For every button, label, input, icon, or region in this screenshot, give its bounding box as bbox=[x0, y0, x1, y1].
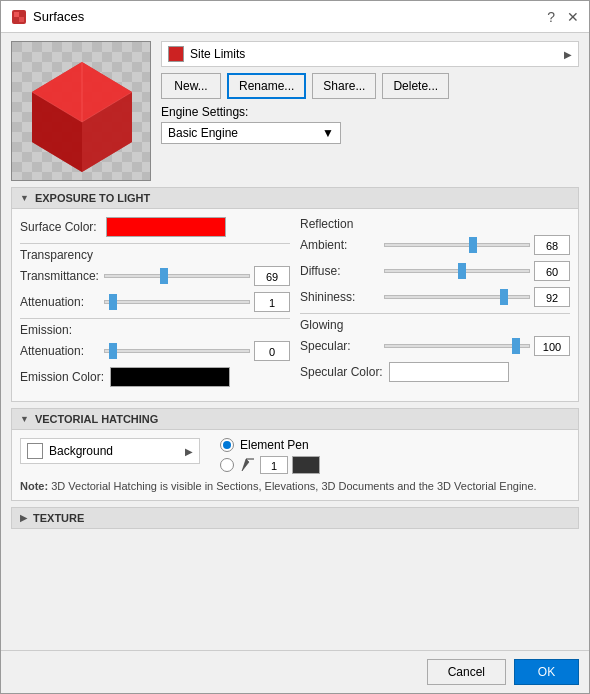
app-icon bbox=[11, 9, 27, 25]
rename-button[interactable]: Rename... bbox=[227, 73, 306, 99]
transmittance-track[interactable] bbox=[104, 274, 250, 278]
attenuation-row: Attenuation: 1 bbox=[20, 292, 290, 312]
ambient-track[interactable] bbox=[384, 243, 530, 247]
cancel-button[interactable]: Cancel bbox=[427, 659, 506, 685]
specular-value[interactable]: 100 bbox=[534, 336, 570, 356]
custom-pen-radio[interactable] bbox=[220, 458, 234, 472]
close-button[interactable]: ✕ bbox=[567, 9, 579, 25]
background-row[interactable]: Background ▶ bbox=[20, 438, 200, 464]
vectorial-body: Background ▶ Element Pen bbox=[11, 430, 579, 501]
footer: Cancel OK bbox=[1, 650, 589, 693]
specular-color-swatch[interactable] bbox=[389, 362, 509, 382]
vectorial-arrow: ▼ bbox=[20, 414, 29, 424]
transmittance-thumb[interactable] bbox=[160, 268, 168, 284]
shininess-value[interactable]: 92 bbox=[534, 287, 570, 307]
emission-att-track[interactable] bbox=[104, 349, 250, 353]
element-pen-row: Element Pen bbox=[220, 438, 570, 452]
top-row: Site Limits ▶ New... Rename... Share... … bbox=[11, 41, 579, 181]
diffuse-label: Diffuse: bbox=[300, 264, 380, 278]
emission-color-swatch[interactable] bbox=[110, 367, 230, 387]
transparency-label: Transparency bbox=[20, 248, 290, 262]
exposure-right-col: Reflection Ambient: 68 bbox=[300, 217, 570, 393]
shininess-label: Shininess: bbox=[300, 290, 380, 304]
note-text: 3D Vectorial Hatching is visible in Sect… bbox=[51, 480, 536, 492]
attenuation-value[interactable]: 1 bbox=[254, 292, 290, 312]
attenuation-thumb[interactable] bbox=[109, 294, 117, 310]
engine-settings-label: Engine Settings: bbox=[161, 105, 579, 119]
help-button[interactable]: ? bbox=[547, 9, 555, 25]
emission-att-value[interactable]: 0 bbox=[254, 341, 290, 361]
texture-arrow: ▶ bbox=[20, 513, 27, 523]
preview-svg bbox=[12, 42, 151, 181]
glowing-label: Glowing bbox=[300, 318, 570, 332]
diffuse-slider-container bbox=[384, 262, 530, 280]
titlebar-left: Surfaces bbox=[11, 9, 84, 25]
ambient-thumb[interactable] bbox=[469, 237, 477, 253]
engine-value: Basic Engine bbox=[168, 126, 238, 140]
specular-slider-container bbox=[384, 337, 530, 355]
exposure-section: ▼ EXPOSURE TO LIGHT Surface Color: Tran bbox=[11, 187, 579, 402]
ambient-slider-container bbox=[384, 236, 530, 254]
emission-att-slider-container bbox=[104, 342, 250, 360]
pen-controls-row: 1 bbox=[220, 456, 570, 474]
titlebar-controls: ? ✕ bbox=[547, 9, 579, 25]
surface-color-swatch[interactable] bbox=[106, 217, 226, 237]
ok-button[interactable]: OK bbox=[514, 659, 579, 685]
element-pen-radio[interactable] bbox=[220, 438, 234, 452]
shininess-slider-container bbox=[384, 288, 530, 306]
specular-track[interactable] bbox=[384, 344, 530, 348]
emission-att-thumb[interactable] bbox=[109, 343, 117, 359]
vectorial-label: VECTORIAL HATCHING bbox=[35, 413, 158, 425]
engine-row: Engine Settings: Basic Engine ▼ bbox=[161, 105, 579, 144]
ambient-value[interactable]: 68 bbox=[534, 235, 570, 255]
element-pen-label: Element Pen bbox=[240, 438, 309, 452]
new-button[interactable]: New... bbox=[161, 73, 221, 99]
diffuse-row: Diffuse: 60 bbox=[300, 261, 570, 281]
attenuation-label: Attenuation: bbox=[20, 295, 100, 309]
diffuse-track[interactable] bbox=[384, 269, 530, 273]
transmittance-label: Transmittance: bbox=[20, 269, 100, 283]
site-limits-label: Site Limits bbox=[190, 47, 245, 61]
pen-pattern-icon[interactable] bbox=[292, 456, 320, 474]
surface-preview bbox=[11, 41, 151, 181]
emission-att-label: Attenuation: bbox=[20, 344, 100, 358]
texture-section: ▶ TEXTURE bbox=[11, 507, 579, 529]
delete-button[interactable]: Delete... bbox=[382, 73, 449, 99]
engine-select[interactable]: Basic Engine ▼ bbox=[161, 122, 341, 144]
shininess-track[interactable] bbox=[384, 295, 530, 299]
ambient-row: Ambient: 68 bbox=[300, 235, 570, 255]
background-left: Background bbox=[27, 443, 113, 459]
vectorial-two-col: Background ▶ Element Pen bbox=[20, 438, 570, 474]
btn-row: New... Rename... Share... Delete... bbox=[161, 73, 579, 99]
shininess-thumb[interactable] bbox=[500, 289, 508, 305]
vectorial-header[interactable]: ▼ VECTORIAL HATCHING bbox=[11, 408, 579, 430]
site-limits-left: Site Limits bbox=[168, 46, 245, 62]
note-label: Note: bbox=[20, 480, 48, 492]
specular-color-row: Specular Color: bbox=[300, 362, 570, 382]
transmittance-value[interactable]: 69 bbox=[254, 266, 290, 286]
attenuation-slider-container bbox=[104, 293, 250, 311]
ambient-label: Ambient: bbox=[300, 238, 380, 252]
radio-group: Element Pen 1 bbox=[220, 438, 570, 474]
site-limits-row[interactable]: Site Limits ▶ bbox=[161, 41, 579, 67]
diffuse-value[interactable]: 60 bbox=[534, 261, 570, 281]
specular-thumb[interactable] bbox=[512, 338, 520, 354]
pen-number[interactable]: 1 bbox=[260, 456, 288, 474]
exposure-label: EXPOSURE TO LIGHT bbox=[35, 192, 150, 204]
texture-header[interactable]: ▶ TEXTURE bbox=[11, 507, 579, 529]
shininess-row: Shininess: 92 bbox=[300, 287, 570, 307]
emission-label: Emission: bbox=[20, 323, 290, 337]
exposure-header[interactable]: ▼ EXPOSURE TO LIGHT bbox=[11, 187, 579, 209]
main-content: Site Limits ▶ New... Rename... Share... … bbox=[1, 33, 589, 650]
texture-label: TEXTURE bbox=[33, 512, 84, 524]
pen-icon bbox=[240, 457, 256, 473]
vectorial-right: Element Pen 1 bbox=[220, 438, 570, 474]
exposure-arrow: ▼ bbox=[20, 193, 29, 203]
background-label: Background bbox=[49, 444, 113, 458]
attenuation-track[interactable] bbox=[104, 300, 250, 304]
pen-controls: 1 bbox=[240, 456, 320, 474]
diffuse-thumb[interactable] bbox=[458, 263, 466, 279]
vectorial-left: Background ▶ bbox=[20, 438, 200, 464]
share-button[interactable]: Share... bbox=[312, 73, 376, 99]
exposure-left-col: Surface Color: Transparency Transmittanc… bbox=[20, 217, 290, 393]
